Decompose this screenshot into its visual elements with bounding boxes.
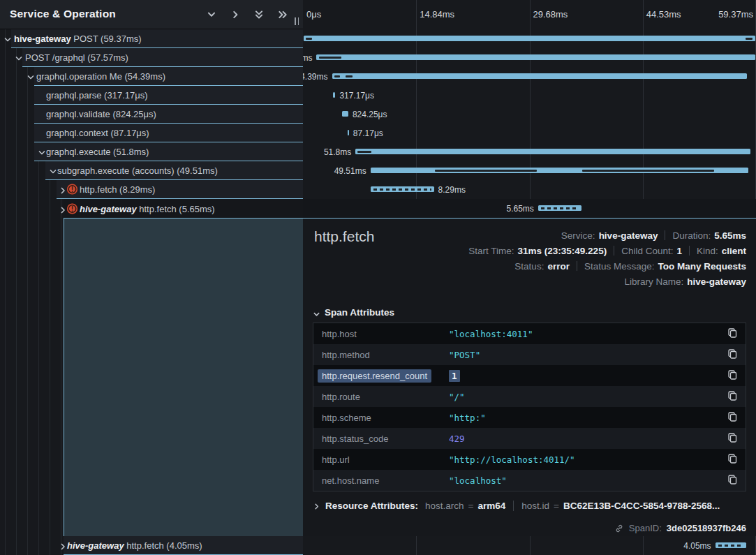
timeline-row[interactable]: 317.17μs — [303, 86, 756, 105]
span-label: hive-gateway http.fetch (4.05ms) — [67, 540, 202, 551]
child-span-mark — [582, 170, 714, 172]
copy-icon[interactable] — [726, 411, 739, 424]
timeline-row[interactable]: 54.39ms — [303, 67, 756, 86]
chevron-down-icon[interactable] — [49, 166, 57, 175]
meta-value: hive-gateway — [687, 276, 746, 287]
attribute-row[interactable]: http.route"/" — [313, 386, 746, 407]
tree-row[interactable]: graphql.execute (51.8ms) — [34, 142, 303, 161]
copy-icon[interactable] — [726, 432, 739, 445]
indent-guide — [27, 29, 28, 555]
error-icon: ! — [67, 203, 77, 214]
timeline-row[interactable]: 51.8ms — [303, 142, 756, 161]
attribute-value: "POST" — [449, 350, 726, 360]
resource-attributes-row[interactable]: Resource Attributes: host.arch=arm64host… — [313, 501, 720, 511]
timeline-row[interactable]: 59.37ms — [303, 29, 756, 48]
attribute-row[interactable]: http.status_code429 — [313, 428, 746, 449]
attribute-row[interactable]: http.scheme"http:" — [313, 407, 746, 428]
timeline-row[interactable]: 824.25μs — [303, 105, 756, 124]
span-bar[interactable] — [348, 130, 349, 135]
copy-icon[interactable] — [726, 369, 739, 382]
tree-row[interactable]: graphql.parse (317.17μs) — [34, 86, 303, 105]
duration-label: 4.05ms — [683, 541, 711, 551]
attribute-row[interactable]: http.method"POST" — [313, 344, 746, 365]
time-tick-label: 29.68ms — [533, 9, 568, 20]
tree-row[interactable]: graphql.validate (824.25μs) — [34, 105, 303, 124]
chevron-down-icon[interactable] — [207, 10, 216, 20]
chevron-down-icon[interactable] — [38, 147, 46, 156]
operation-label: http.fetch (5.65ms) — [139, 203, 214, 214]
chevron-right-icon[interactable] — [230, 10, 240, 20]
tree-row[interactable]: POST /graphql (57.57ms) — [22, 48, 303, 67]
span-bar[interactable] — [304, 36, 755, 41]
meta-label: Start Time: — [468, 246, 514, 256]
attribute-value-text: "POST" — [449, 350, 480, 360]
timeline-row[interactable]: 87.17μs — [303, 124, 756, 142]
chevron-right-icon[interactable] — [59, 541, 67, 549]
timeline-header: 0μs14.84ms29.68ms44.53ms59.37ms — [303, 0, 756, 29]
divider — [614, 246, 614, 256]
span-bar[interactable] — [316, 54, 755, 60]
resource-key: host.arch — [425, 501, 464, 511]
timeline-row[interactable]: 57.57ms — [303, 48, 756, 67]
span-attributes-header[interactable]: Span Attributes — [313, 307, 394, 318]
span-bar[interactable] — [716, 542, 747, 548]
service-name: hive-gateway — [67, 540, 124, 551]
attribute-value-text: "http:" — [449, 413, 486, 423]
span-bar[interactable] — [333, 92, 336, 98]
panel-resize-handle[interactable] — [292, 17, 301, 26]
link-icon[interactable] — [614, 524, 624, 533]
span-detail-title: http.fetch — [314, 228, 374, 245]
attribute-value-text: "/" — [449, 392, 465, 402]
chevron-down-icon[interactable] — [15, 53, 23, 61]
span-bar[interactable] — [371, 168, 748, 173]
timeline-row[interactable]: 4.05ms — [303, 536, 756, 555]
tree-row[interactable]: subgraph.execute (accounts) (49.51ms) — [45, 161, 303, 180]
chevron-right-icon[interactable] — [59, 205, 67, 213]
span-bar[interactable] — [355, 149, 750, 154]
chevron-down-icon[interactable] — [27, 72, 35, 80]
attribute-row[interactable]: net.host.name"localhost" — [313, 470, 746, 491]
tree-row[interactable]: hive-gateway POST (59.37ms) — [11, 29, 303, 48]
double-chevron-down-icon[interactable] — [254, 10, 264, 20]
tree-header: Service & Operation — [0, 0, 303, 29]
attribute-key: http.url — [322, 454, 449, 465]
attribute-row[interactable]: http.url"http://localhost:4011/" — [313, 449, 746, 470]
span-label: subgraph.execute (accounts) (49.51ms) — [57, 165, 218, 176]
span-bar[interactable] — [342, 111, 348, 117]
copy-icon[interactable] — [726, 453, 739, 466]
chevron-right-icon[interactable] — [59, 185, 67, 193]
timeline-panel: 0μs14.84ms29.68ms44.53ms59.37ms 59.37ms5… — [303, 0, 756, 555]
tree-row[interactable]: !http.fetch (8.29ms) — [57, 180, 303, 199]
attribute-value: "http:" — [449, 413, 726, 423]
service-name: hive-gateway — [14, 34, 71, 44]
double-chevron-right-icon[interactable] — [278, 10, 288, 20]
attribute-row[interactable]: http.request.resend_count1 — [313, 365, 746, 386]
tree-row[interactable]: !hive-gateway http.fetch (5.65ms) — [64, 199, 303, 218]
timeline-row[interactable]: 5.65ms — [303, 199, 756, 218]
meta-label: Library Name: — [624, 276, 683, 287]
timeline-row[interactable]: 49.51ms — [303, 161, 756, 180]
time-tick-label: 44.53ms — [646, 9, 681, 20]
divider — [689, 246, 690, 256]
tree-row[interactable]: graphql.operation Me (54.39ms) — [34, 67, 303, 86]
span-bar[interactable] — [332, 73, 747, 79]
copy-icon[interactable] — [726, 348, 739, 361]
chevron-down-icon[interactable] — [3, 34, 12, 43]
panel-title: Service & Operation — [10, 8, 116, 20]
span-bar[interactable] — [371, 186, 434, 192]
span-bar[interactable] — [538, 205, 581, 211]
span-label: graphql.validate (824.25μs) — [46, 109, 156, 119]
copy-icon[interactable] — [726, 327, 739, 340]
divider — [513, 501, 514, 511]
timeline-row[interactable]: 8.29ms — [303, 180, 756, 199]
attribute-row[interactable]: http.host"localhost:4011" — [313, 323, 746, 344]
meta-label: Service: — [561, 230, 595, 241]
duration-label: 824.25μs — [353, 110, 387, 119]
copy-icon[interactable] — [726, 390, 739, 403]
tree-row[interactable]: graphql.context (87.17μs) — [34, 124, 303, 142]
duration-label: 54.39ms — [303, 72, 328, 82]
resource-attributes-label: Resource Attributes: — [325, 501, 418, 511]
operation-label: subgraph.execute (accounts) (49.51ms) — [57, 165, 218, 176]
copy-icon[interactable] — [726, 474, 739, 487]
tree-row[interactable]: hive-gateway http.fetch (4.05ms) — [64, 536, 303, 555]
